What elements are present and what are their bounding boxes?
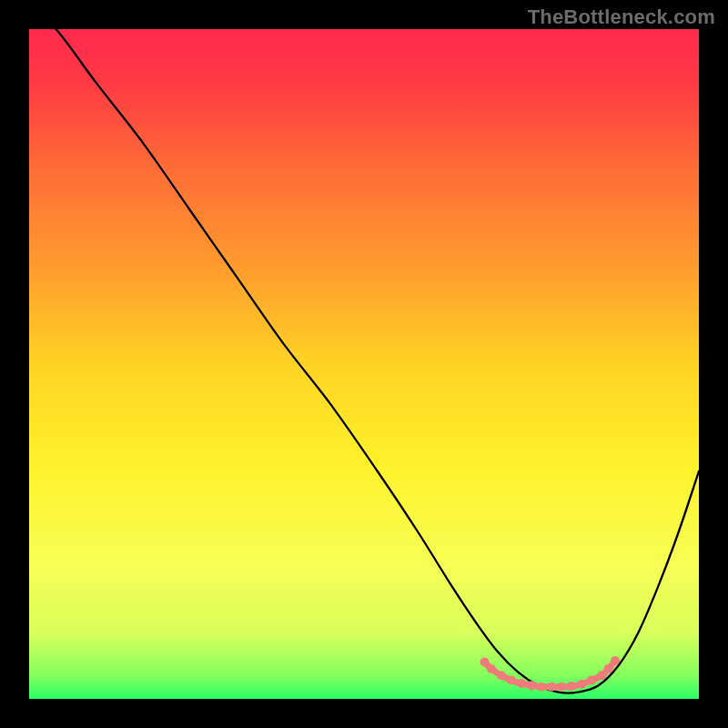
highlight-dot [517, 679, 526, 688]
highlight-dot [487, 664, 496, 673]
highlight-dot [604, 664, 613, 673]
chart-canvas [29, 29, 699, 699]
highlight-dot [480, 658, 489, 667]
highlight-dot [557, 682, 566, 692]
chart-frame: TheBottleneck.com [0, 0, 728, 728]
highlight-dot [567, 682, 576, 691]
plot-area [29, 29, 699, 699]
highlight-dot [537, 682, 546, 692]
highlight-dot [497, 671, 506, 680]
highlight-dot [527, 681, 536, 690]
highlight-dot [507, 675, 516, 684]
highlight-dot [547, 682, 556, 692]
highlight-dot [611, 656, 620, 665]
watermark-label: TheBottleneck.com [528, 5, 715, 29]
gradient-background [29, 29, 699, 699]
highlight-dot [577, 680, 586, 689]
highlight-dot [597, 671, 606, 680]
highlight-dot [587, 675, 596, 684]
